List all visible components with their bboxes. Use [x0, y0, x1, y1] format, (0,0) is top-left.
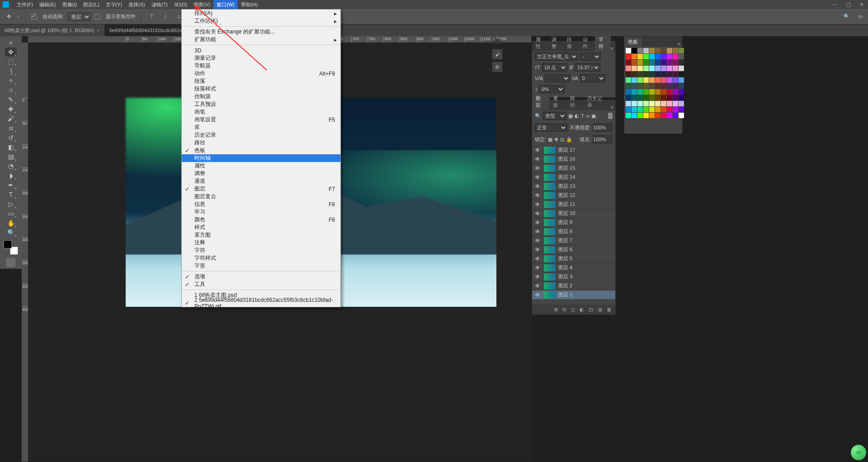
swatch[interactable]	[679, 101, 684, 106]
menu-item[interactable]: 选择(S)	[125, 0, 148, 9]
swatch[interactable]	[626, 113, 631, 118]
blur-tool[interactable]: ◔	[5, 162, 17, 171]
swatch[interactable]	[673, 107, 678, 112]
layer-filter-dropdown[interactable]: 类型	[543, 112, 566, 120]
swatch[interactable]	[679, 71, 684, 77]
visibility-icon[interactable]: 👁	[535, 156, 541, 162]
visibility-icon[interactable]: 👁	[535, 192, 541, 199]
quick-mask-toggle[interactable]	[6, 258, 15, 267]
layer-thumbnail[interactable]	[544, 264, 556, 271]
layer-row[interactable]: 👁图层 11	[532, 200, 615, 209]
swatch[interactable]	[643, 60, 649, 65]
swatch[interactable]	[661, 54, 666, 59]
menu-item[interactable]: 通道	[182, 177, 340, 185]
menu-item[interactable]: ✓2 5e699d44f56804d3181bcdc662acc55fb3c6c…	[182, 299, 340, 307]
swatch[interactable]	[673, 71, 678, 77]
swatch[interactable]	[649, 77, 655, 83]
filter-smart-icon[interactable]: ▣	[591, 113, 596, 119]
document-tab[interactable]: 68热卖主图.psd @ 100% (组 1, RGB/8#)×	[0, 24, 105, 36]
swatch[interactable]	[655, 71, 660, 77]
visibility-icon[interactable]: 👁	[535, 210, 541, 217]
swatch[interactable]	[626, 60, 631, 65]
group-icon[interactable]: 🗀	[589, 307, 594, 312]
font-family-dropdown[interactable]: 方正兰亭黑_G...	[535, 52, 578, 61]
blend-mode-dropdown[interactable]: 正常	[535, 124, 567, 132]
visibility-icon[interactable]: 👁	[535, 247, 541, 253]
swatch[interactable]	[655, 107, 660, 112]
panel-tab[interactable]: 通道	[549, 94, 566, 110]
swatch[interactable]	[655, 113, 660, 118]
menu-item[interactable]: 文件(F)	[14, 0, 36, 9]
menu-item[interactable]: 3D(D)	[171, 0, 190, 9]
layer-row[interactable]: 👁图层 4	[532, 263, 615, 272]
layer-thumbnail[interactable]	[544, 219, 556, 226]
menu-item[interactable]: 时间轴	[182, 154, 340, 162]
panel-tab[interactable]: 属性	[532, 35, 548, 51]
menu-item[interactable]: 字形	[182, 262, 340, 270]
swatch[interactable]	[643, 95, 649, 100]
layer-thumbnail[interactable]	[544, 183, 556, 190]
swatch[interactable]	[667, 95, 672, 100]
layer-thumbnail[interactable]	[544, 165, 556, 172]
swatch[interactable]	[661, 71, 666, 77]
swatch[interactable]	[679, 54, 684, 59]
swatch[interactable]	[673, 54, 678, 59]
swatch[interactable]	[679, 107, 684, 112]
menu-item[interactable]: 扩展功能▸	[182, 36, 340, 43]
layer-row[interactable]: 👁图层 16	[532, 154, 615, 163]
close-tab-icon[interactable]: ×	[97, 28, 99, 33]
panel-tab[interactable]: 图层	[532, 94, 549, 110]
layer-thumbnail[interactable]	[544, 282, 556, 290]
swatch[interactable]	[643, 48, 649, 53]
swatch[interactable]	[632, 48, 637, 53]
swatch[interactable]	[649, 48, 655, 53]
panel-tab[interactable]: 调整	[548, 35, 564, 51]
maximize-button[interactable]: ▢	[844, 0, 853, 9]
swatch[interactable]	[637, 107, 643, 112]
filter-toggle[interactable]	[608, 113, 613, 119]
layer-thumbnail[interactable]	[544, 147, 556, 154]
eraser-tool[interactable]: ◧	[5, 143, 17, 152]
swatch[interactable]	[655, 95, 660, 100]
swatch[interactable]	[643, 54, 649, 59]
layer-thumbnail[interactable]	[544, 228, 556, 235]
swatch[interactable]	[655, 83, 660, 89]
swatch[interactable]	[661, 101, 666, 106]
swatch[interactable]	[667, 48, 672, 53]
swatch[interactable]	[626, 71, 631, 77]
link-layers-icon[interactable]: ⧉	[554, 307, 558, 313]
foreground-background-colors[interactable]	[4, 240, 18, 255]
lock-pixels-icon[interactable]: ▦	[548, 137, 552, 143]
swatch[interactable]	[649, 83, 655, 89]
swatch[interactable]	[632, 113, 637, 118]
layer-thumbnail[interactable]	[544, 192, 556, 199]
swatch[interactable]	[661, 83, 666, 89]
swatch[interactable]	[632, 83, 637, 89]
layer-thumbnail[interactable]	[544, 255, 556, 262]
menu-item[interactable]: 路径	[182, 139, 340, 147]
swatch[interactable]	[661, 113, 666, 118]
swatch[interactable]	[643, 89, 649, 95]
menu-item[interactable]: 段落样式	[182, 85, 340, 93]
kerning-input[interactable]	[545, 74, 570, 82]
visibility-icon[interactable]: 👁	[535, 229, 541, 235]
layer-thumbnail[interactable]	[544, 210, 556, 217]
marquee-tool[interactable]: ⬚	[5, 57, 17, 66]
layer-row[interactable]: 👁图层 13	[532, 181, 615, 191]
layer-thumbnail[interactable]	[544, 156, 556, 163]
menu-item[interactable]: 图层复合	[182, 193, 340, 200]
menu-item[interactable]: 文字(Y)	[103, 0, 126, 9]
swatch[interactable]	[679, 48, 684, 53]
menu-item[interactable]: 学习	[182, 208, 340, 216]
brush-presets-icon[interactable]: 🖌	[492, 49, 503, 60]
layer-row[interactable]: 👁图层 8	[532, 227, 615, 236]
swatch[interactable]	[649, 66, 655, 71]
history-brush-tool[interactable]: ↺	[5, 133, 17, 142]
panel-menu-icon[interactable]: ≡	[678, 41, 680, 47]
menu-item[interactable]: ✓图层F7	[182, 185, 340, 193]
menu-item[interactable]: 历史记录	[182, 131, 340, 139]
swatch[interactable]	[661, 66, 666, 71]
swatch[interactable]	[667, 66, 672, 71]
menu-item[interactable]: ✓色板	[182, 147, 340, 154]
menu-item[interactable]: 颜色F6	[182, 216, 340, 224]
